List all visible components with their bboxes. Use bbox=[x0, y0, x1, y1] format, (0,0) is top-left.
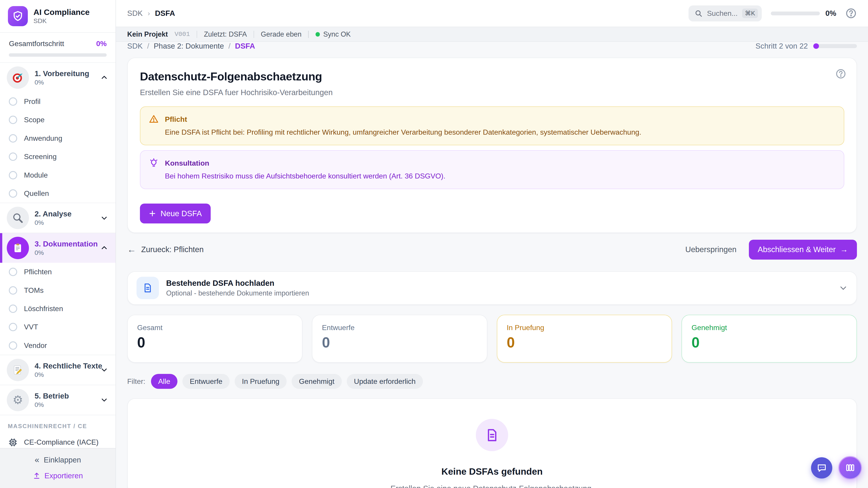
section-label: 5. Betrieb bbox=[35, 392, 95, 400]
chat-bubble-icon bbox=[816, 462, 827, 473]
top-bar: SDK › DSFA Suchen... ⌘K 0% bbox=[116, 0, 868, 27]
plus-icon bbox=[149, 210, 156, 217]
step-label: Schritt 2 von 22 bbox=[755, 42, 808, 51]
memo-icon bbox=[7, 359, 29, 381]
last-edited-time: Gerade eben bbox=[261, 30, 302, 38]
finish-next-button[interactable]: Abschliessen & Weiter → bbox=[749, 240, 857, 260]
filter-pill-in-pruefung[interactable]: In Pruefung bbox=[235, 374, 287, 389]
sidebar: AI Compliance SDK Gesamtfortschritt 0% 1… bbox=[0, 0, 116, 488]
double-chevron-left-icon: « bbox=[35, 455, 39, 465]
sidebar-item-label: CE-Compliance (IACE) bbox=[24, 438, 98, 447]
empty-state-subtitle: Erstellen Sie eine neue Datenschutz-Folg… bbox=[391, 484, 594, 488]
chevron-down-icon bbox=[101, 396, 108, 403]
chevron-right-icon: › bbox=[148, 9, 150, 17]
consultation-alert: Konsultation Bei hohem Restrisiko muss d… bbox=[140, 150, 844, 189]
sidebar-item-screening[interactable]: Screening bbox=[0, 148, 116, 166]
sidebar-header: AI Compliance SDK bbox=[0, 0, 116, 32]
filter-pill-entwuerfe[interactable]: Entwuerfe bbox=[182, 374, 230, 389]
sidebar-item-profil[interactable]: Profil bbox=[0, 92, 116, 111]
target-icon bbox=[7, 66, 29, 89]
sidebar-item-module[interactable]: Module bbox=[0, 166, 116, 184]
filter-pill-alle[interactable]: Alle bbox=[151, 374, 178, 389]
step-progress-knob bbox=[813, 43, 819, 49]
section-progress: 0% bbox=[35, 371, 95, 379]
radio-circle-icon bbox=[9, 134, 17, 142]
new-dsfa-button[interactable]: Neue DSFA bbox=[140, 203, 211, 223]
sidebar-item-toms[interactable]: TOMs bbox=[0, 281, 116, 299]
sidebar-item-scope[interactable]: Scope bbox=[0, 111, 116, 129]
alert-title: Konsultation bbox=[165, 158, 445, 168]
chevron-up-icon bbox=[101, 74, 108, 81]
app-root: AI Compliance SDK Gesamtfortschritt 0% 1… bbox=[0, 0, 868, 488]
section-label: 4. Rechtliche Texte bbox=[35, 361, 95, 370]
content-area: SDK / Phase 2: Dokumente / DSFA Schritt … bbox=[116, 42, 868, 488]
search-input[interactable]: Suchen... ⌘K bbox=[688, 5, 762, 22]
sidebar-item-vvt[interactable]: VVT bbox=[0, 318, 116, 336]
sidebar-item-vendor[interactable]: Vendor bbox=[0, 336, 116, 355]
wizard-nav-row: ← Zurueck: Pflichten Ueberspringen Absch… bbox=[127, 240, 857, 260]
step-indicator: Schritt 2 von 22 bbox=[755, 42, 857, 51]
app-logo bbox=[8, 6, 28, 26]
back-link[interactable]: ← Zurueck: Pflichten bbox=[127, 245, 204, 255]
chat-fab-button[interactable] bbox=[811, 457, 832, 479]
breadcrumb-root[interactable]: SDK bbox=[127, 9, 143, 18]
sidebar-item-ce-compliance[interactable]: CE-Compliance (IACE) bbox=[0, 434, 116, 448]
upload-icon bbox=[33, 472, 41, 480]
breadcrumb-sdk[interactable]: SDK bbox=[127, 42, 143, 51]
divider bbox=[308, 31, 309, 38]
page-breadcrumb: SDK / Phase 2: Dokumente / DSFA bbox=[127, 42, 255, 51]
upload-existing-panel[interactable]: Bestehende DSFA hochladen Optional - bes… bbox=[127, 271, 857, 305]
collapse-sidebar-button[interactable]: « Einklappen bbox=[35, 455, 81, 465]
divider bbox=[254, 31, 254, 38]
main-column: SDK › DSFA Suchen... ⌘K 0% bbox=[116, 0, 868, 488]
radio-circle-icon bbox=[9, 153, 17, 161]
chevron-up-icon bbox=[101, 244, 108, 252]
export-button[interactable]: Exportieren bbox=[33, 471, 83, 480]
upload-subtitle: Optional - bestehende Dokumente importie… bbox=[166, 289, 832, 297]
radio-circle-icon bbox=[9, 323, 17, 331]
radio-circle-icon bbox=[9, 171, 17, 180]
overall-progress: Gesamtfortschritt 0% bbox=[0, 32, 116, 62]
project-name: Kein Projekt bbox=[127, 30, 168, 38]
sidebar-section-vorbereitung[interactable]: 1. Vorbereitung 0% bbox=[0, 63, 116, 92]
filter-label: Filter: bbox=[127, 377, 145, 386]
sidebar-item-pflichten[interactable]: Pflichten bbox=[0, 263, 116, 281]
radio-circle-icon bbox=[9, 286, 17, 295]
overall-progress-bar bbox=[9, 53, 106, 57]
stat-card-gesamt: Gesamt 0 bbox=[127, 315, 303, 363]
nav-group-betrieb: ⚙ 5. Betrieb 0% bbox=[0, 385, 116, 415]
breadcrumb-phase[interactable]: Phase 2: Dokumente bbox=[154, 42, 224, 51]
filter-pill-update-erforderlich[interactable]: Update erforderlich bbox=[347, 374, 423, 389]
stat-card-in-pruefung: In Pruefung 0 bbox=[497, 315, 672, 363]
sidebar-item-loeschfristen[interactable]: Löschfristen bbox=[0, 300, 116, 318]
columns-icon bbox=[845, 463, 855, 473]
stat-card-entwuerfe: Entwuerfe 0 bbox=[312, 315, 487, 363]
sidebar-nav: 1. Vorbereitung 0% Profil Scope Anwendun… bbox=[0, 62, 116, 448]
nav-group-maschinenrecht: MASCHINENRECHT / CE CE-Compliance (IACE) bbox=[0, 415, 116, 448]
chevron-down-icon bbox=[839, 284, 847, 292]
document-icon bbox=[136, 277, 159, 299]
sidebar-section-analyse[interactable]: 2. Analyse 0% bbox=[0, 203, 116, 233]
lightbulb-icon bbox=[149, 158, 159, 168]
nav-group-dokumentation: 3. Dokumentation 0% Pflichten TOMs Lösch… bbox=[0, 233, 116, 355]
card-help-icon[interactable] bbox=[835, 68, 846, 79]
sidebar-item-quellen[interactable]: Quellen bbox=[0, 184, 116, 203]
board-view-fab-button[interactable] bbox=[838, 456, 862, 480]
sidebar-section-dokumentation[interactable]: 3. Dokumentation 0% bbox=[0, 233, 116, 263]
sidebar-section-betrieb[interactable]: ⚙ 5. Betrieb 0% bbox=[0, 385, 116, 415]
section-progress: 0% bbox=[35, 249, 95, 256]
sidebar-section-rechtliche-texte[interactable]: 4. Rechtliche Texte 0% bbox=[0, 355, 116, 385]
filter-pill-genehmigt[interactable]: Genehmigt bbox=[291, 374, 342, 389]
radio-circle-icon bbox=[9, 97, 17, 106]
upload-title: Bestehende DSFA hochladen bbox=[166, 279, 832, 288]
breadcrumb-current: DSFA bbox=[155, 9, 175, 18]
dsfa-hero-card: Datenschutz-Folgenabschaetzung Erstellen… bbox=[127, 58, 857, 233]
mandatory-alert: Pflicht Eine DSFA ist Pflicht bei: Profi… bbox=[140, 106, 844, 145]
sidebar-item-anwendung[interactable]: Anwendung bbox=[0, 129, 116, 148]
divider bbox=[197, 31, 197, 38]
chevron-down-icon bbox=[101, 366, 108, 373]
help-icon[interactable] bbox=[845, 7, 857, 19]
sync-ok-dot-icon bbox=[315, 32, 320, 37]
search-icon bbox=[694, 9, 703, 18]
skip-button[interactable]: Ueberspringen bbox=[685, 245, 737, 254]
